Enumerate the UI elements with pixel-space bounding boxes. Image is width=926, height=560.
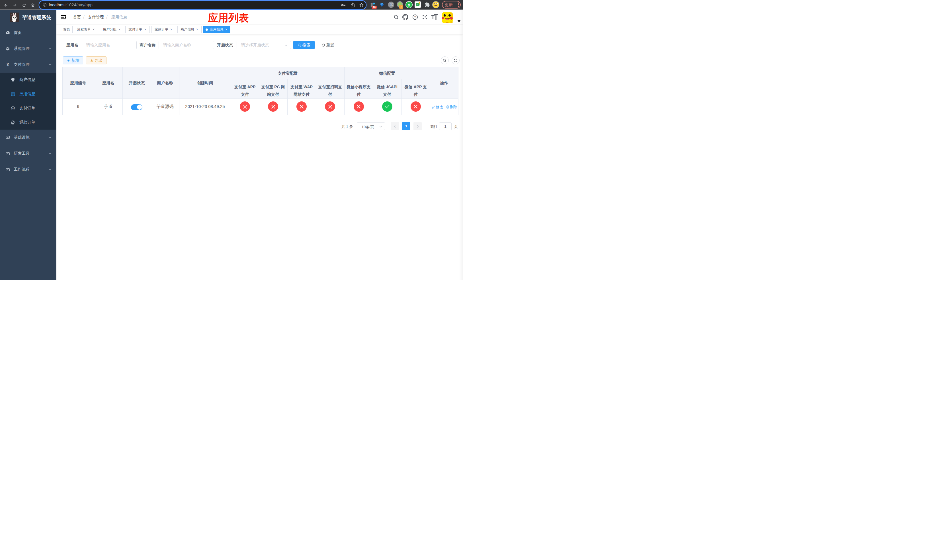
svg-text:?: ? [414, 15, 416, 19]
svg-text:¥: ¥ [12, 107, 14, 110]
svg-text:y: y [408, 3, 410, 7]
svg-text:⌘: ⌘ [389, 3, 393, 7]
